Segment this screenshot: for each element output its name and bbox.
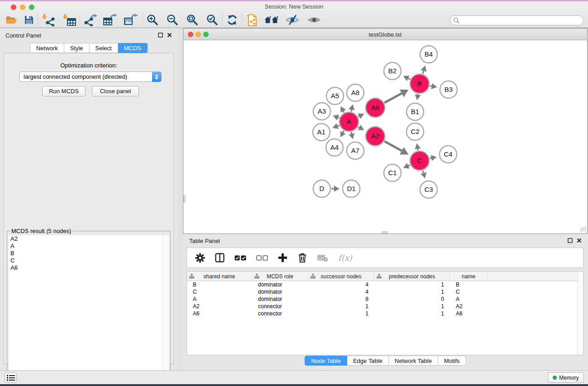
table-panel: Table Panel [183,234,588,370]
export-image-button[interactable] [124,13,139,27]
export-table-button[interactable] [103,13,118,27]
column-header-shared-name[interactable]: shared name [187,272,252,281]
network-window-titlebar[interactable]: testGlobe.txt [183,29,587,40]
import-table-button[interactable] [62,13,76,27]
mcds-result-item[interactable]: C [9,257,163,264]
criterion-select[interactable]: largest connected component (directed) [19,71,162,82]
graph-svg: B4B2BB3A5A8A6A3B1AA1C2A2A4A7C4CC1DD1C3 [183,40,587,234]
graph-edge[interactable] [430,86,432,86]
table-row[interactable]: Cdominator41C [187,288,583,295]
graph-node-label: C3 [424,186,433,193]
splitter-handle-bottom[interactable] [382,231,387,234]
float-table-panel-icon[interactable] [568,238,573,243]
zoom-selected-button[interactable] [206,13,219,27]
table-row[interactable]: Bdominator41B [187,281,583,288]
hide-graphics-details-button[interactable] [285,13,300,27]
delete-column-icon[interactable] [297,253,307,263]
toolbar-separator [80,14,80,26]
tab-node-table[interactable]: Node Table [305,356,347,366]
refresh-icon [226,14,238,26]
graph-edge[interactable] [384,141,402,151]
graph-edge[interactable] [430,158,431,158]
tab-style[interactable]: Style [64,43,90,53]
show-graphics-details-button[interactable] [307,13,321,27]
column-header-label: predecessor nodes [389,273,435,280]
graph-edge[interactable] [423,71,424,74]
open-session-button[interactable] [5,13,18,27]
export-network-button[interactable] [84,13,98,27]
tab-network-table[interactable]: Network Table [389,356,438,366]
mcds-result-item[interactable]: A6 [9,264,163,272]
graph-node-label: A4 [330,143,339,151]
close-table-panel-icon[interactable] [577,238,582,243]
zoom-in-icon [146,14,159,26]
mcds-result-item[interactable]: A2 [9,235,163,243]
zoom-out-button[interactable] [166,13,179,27]
deselect-all-icon[interactable] [256,255,268,261]
graph-edge[interactable] [408,165,410,166]
splitter-handle-left[interactable] [183,195,186,202]
graph-node-label: B1 [411,108,419,115]
new-network-from-selection-button[interactable] [246,13,258,27]
select-all-icon[interactable] [234,255,246,261]
graph-edge[interactable] [418,149,418,151]
tab-select[interactable]: Select [90,43,118,53]
column-header-name[interactable]: name [450,272,488,281]
graph-node-label: C1 [388,169,397,176]
tab-motifs[interactable]: Motifs [438,356,466,366]
graph-node-label: D [320,185,325,192]
graph-edge[interactable] [351,110,352,111]
graph-edge[interactable] [351,132,352,133]
tab-network[interactable]: Network [30,43,64,53]
graph-node-label: A8 [351,89,359,96]
mcds-result-item[interactable]: A [9,243,163,250]
graph-edge[interactable] [358,127,359,127]
result-scrollbar-track[interactable] [163,235,169,385]
status-bar: Memory [0,370,588,384]
tab-edge-table[interactable]: Edge Table [347,356,389,366]
graph-edge[interactable] [343,111,344,113]
graph-node-label: A [347,118,351,125]
save-session-button[interactable] [24,13,34,27]
graph-edge[interactable] [358,116,359,117]
graph-edge-arrowhead [349,133,354,139]
title-bar[interactable]: Session: New Session [0,1,588,12]
table-scrollbar-track[interactable] [578,272,583,355]
tab-mcds[interactable]: MCDS [118,43,148,53]
resize-grip-icon[interactable] [580,227,587,233]
close-panel-icon[interactable] [167,33,172,38]
column-header-successor-nodes[interactable]: successor nodes [308,272,374,281]
graph-node-label: A6 [371,104,379,111]
mcds-result-item[interactable]: B [9,250,163,257]
table-settings-gear-icon[interactable] [195,253,205,263]
graph-edge[interactable] [338,125,339,126]
run-mcds-button[interactable]: Run MCDS [42,86,86,96]
memory-button[interactable]: Memory [548,372,584,383]
show-columns-icon[interactable] [215,253,225,262]
table-row[interactable]: A2connector11A2 [187,303,583,310]
table-row[interactable]: A6connector11A6 [187,310,583,317]
show-all-networks-button[interactable] [264,13,279,27]
table-row[interactable]: Adominator80A [187,295,583,303]
attribute-tree-icon [189,274,194,280]
float-panel-icon[interactable] [158,33,163,38]
column-header-predecessor-nodes[interactable]: predecessor nodes [374,272,450,281]
graph-edge[interactable] [423,171,424,173]
graph-edge[interactable] [338,118,339,118]
search-input[interactable] [450,15,583,25]
zoom-fit-button[interactable] [186,13,199,27]
graph-edge[interactable] [384,93,402,103]
mcds-result-list[interactable]: A2ABCA6 [9,235,163,385]
column-header-mcds-role[interactable]: MCDS role [252,272,308,281]
add-column-icon[interactable] [278,253,287,262]
zoom-in-button[interactable] [146,13,159,27]
import-network-button[interactable] [42,13,55,27]
graph-edge-arrowhead [415,143,421,149]
network-canvas[interactable]: B4B2BB3A5A8A6A3B1AA1C2A2A4A7C4CC1DD1C3 [183,40,587,234]
import-table-icon [62,14,76,26]
graph-edge[interactable] [343,131,344,133]
close-panel-button[interactable]: Close panel [92,86,139,96]
apply-layout-button[interactable] [226,13,238,27]
task-history-button[interactable] [5,372,17,383]
graph-edge[interactable] [408,78,411,79]
